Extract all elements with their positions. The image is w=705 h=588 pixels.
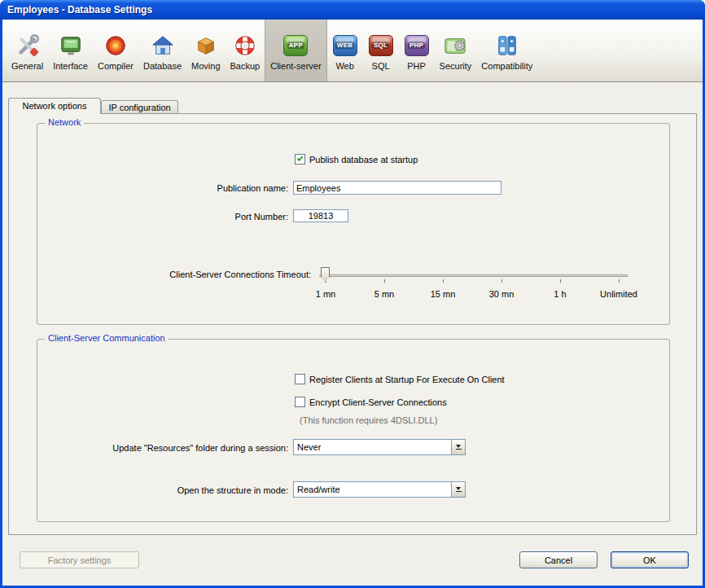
interface-icon: [59, 31, 83, 60]
toolbar-item-label: General: [11, 61, 43, 71]
window-body: General Interface: [2, 20, 703, 586]
toolbar-item-label: Interface: [53, 61, 88, 71]
toolbar-item-php[interactable]: PHP PHP: [399, 20, 435, 81]
toolbar-item-client-server[interactable]: APP Client-server: [265, 20, 326, 81]
timeout-label: Client-Server Connections Timeout:: [37, 270, 311, 279]
network-options-pane: Network Publish database at startup Publ…: [8, 113, 697, 535]
database-settings-window: Employees - Database Settings General: [0, 0, 705, 588]
network-groupbox: Network Publish database at startup Publ…: [37, 123, 670, 325]
slider-thumb[interactable]: [321, 267, 330, 283]
tick-label: 5 mn: [374, 289, 394, 299]
structure-mode-dropdown[interactable]: Read/write: [293, 481, 466, 498]
slider-tick: [619, 279, 620, 283]
resources-folder-dropdown[interactable]: Never: [293, 439, 466, 455]
toolbar-item-label: Database: [143, 61, 182, 71]
sql-cube-icon: SQL: [369, 31, 393, 60]
chevron-underline: [456, 449, 462, 450]
network-group-legend: Network: [45, 117, 84, 127]
encrypt-connections-checkbox[interactable]: [295, 397, 305, 407]
port-number-input[interactable]: [293, 209, 348, 222]
toolbar-item-label: Compiler: [98, 61, 134, 71]
compiler-icon: [103, 31, 128, 60]
titlebar[interactable]: Employees - Database Settings: [0, 0, 705, 20]
toolbar-item-label: PHP: [407, 61, 426, 71]
structure-mode-label: Open the structure in mode:: [37, 485, 288, 495]
toolbar-item-label: Security: [440, 61, 472, 71]
checkmark-icon: [297, 155, 304, 161]
toolbar-item-moving[interactable]: Moving: [186, 20, 225, 81]
toolbar-item-general[interactable]: General: [7, 20, 48, 81]
ok-button[interactable]: OK: [611, 551, 689, 568]
register-clients-label: Register Clients at Startup For Execute …: [309, 375, 505, 384]
tab-network-options[interactable]: Network options: [8, 98, 101, 114]
communication-groupbox: Client-Server Communication Register Cli…: [37, 339, 670, 522]
tick-label: 1 h: [554, 289, 566, 299]
tools-icon: [15, 31, 40, 60]
settings-toolbar: General Interface: [2, 20, 703, 82]
toolbar-item-backup[interactable]: Backup: [226, 20, 265, 81]
encrypt-note: (This function requires 4DSLI.DLL): [300, 415, 437, 425]
timeout-slider[interactable]: 1 mn 5 mn 15 mn 30 mn 1 h Unlimited: [314, 262, 632, 301]
toolbar-item-label: Web: [335, 61, 353, 71]
port-number-label: Port Number:: [37, 212, 288, 222]
communication-group-legend: Client-Server Communication: [45, 333, 169, 343]
tick-label: Unlimited: [600, 289, 637, 299]
chevron-underline: [456, 491, 462, 492]
slider-tick: [501, 279, 502, 283]
factory-settings-button[interactable]: Factory settings: [20, 551, 139, 568]
slider-track[interactable]: [319, 274, 628, 277]
database-icon: [151, 31, 175, 60]
toolbar-item-label: Compatibility: [481, 61, 532, 71]
tick-label: 15 mn: [431, 289, 456, 299]
dropdown-arrow-button[interactable]: [451, 440, 465, 454]
sql-cube-text: SQL: [372, 42, 389, 49]
publication-name-input[interactable]: [293, 181, 501, 195]
toolbar-item-database[interactable]: Database: [138, 20, 186, 81]
php-cube-icon: PHP: [405, 31, 429, 60]
structure-mode-value: Read/write: [294, 485, 451, 494]
publication-name-label: Publication name:: [37, 183, 288, 193]
toolbar-item-label: SQL: [372, 61, 390, 71]
tab-ip-configuration[interactable]: IP configuration: [101, 100, 178, 114]
resources-folder-value: Never: [294, 442, 451, 452]
moving-box-icon: [194, 31, 218, 60]
publish-database-label: Publish database at startup: [309, 155, 418, 165]
cancel-button[interactable]: Cancel: [519, 551, 598, 568]
toolbar-item-label: Backup: [230, 61, 261, 71]
register-clients-checkbox[interactable]: [295, 374, 305, 384]
slider-tick: [384, 279, 385, 283]
slider-tick: [443, 279, 444, 283]
toolbar-item-label: Moving: [191, 61, 220, 71]
toolbar-item-interface[interactable]: Interface: [48, 20, 93, 81]
binders-icon: [495, 31, 519, 60]
toolbar-item-label: Client-server: [270, 61, 321, 71]
tick-label: 30 mn: [489, 289, 515, 299]
security-gear-icon: [443, 31, 467, 60]
slider-tick: [560, 279, 561, 283]
window-title: Employees - Database Settings: [0, 4, 152, 15]
encrypt-connections-label: Encrypt Client-Server Connections: [309, 397, 447, 407]
resources-folder-label: Update "Resources" folder during a sessi…: [37, 443, 288, 453]
publish-database-checkbox[interactable]: [295, 154, 305, 165]
toolbar-item-security[interactable]: Security: [435, 20, 477, 81]
tick-label: 1 mn: [316, 289, 335, 299]
web-cube-icon: WEB: [333, 31, 357, 60]
chevron-down-icon: [456, 445, 461, 448]
lifebuoy-icon: [233, 31, 257, 60]
web-cube-text: WEB: [335, 42, 355, 49]
app-cube-text: APP: [287, 42, 304, 49]
php-cube-text: PHP: [408, 42, 425, 49]
toolbar-item-web[interactable]: WEB Web: [327, 20, 363, 81]
toolbar-item-compatibility[interactable]: Compatibility: [476, 20, 537, 81]
app-cube-icon: APP: [283, 31, 308, 60]
dropdown-arrow-button[interactable]: [451, 482, 465, 497]
toolbar-item-sql[interactable]: SQL SQL: [363, 20, 399, 81]
chevron-down-icon: [456, 487, 461, 490]
toolbar-item-compiler[interactable]: Compiler: [93, 20, 138, 81]
